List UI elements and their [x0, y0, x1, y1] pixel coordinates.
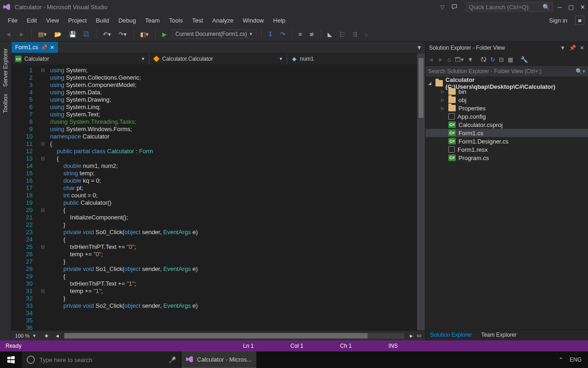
- start-target-dropdown[interactable]: Current Document(Form1.cs)▼: [172, 29, 256, 39]
- tree-item[interactable]: ▷Properties: [425, 104, 588, 112]
- split-icon[interactable]: ▭: [417, 333, 421, 339]
- toolbox-tab[interactable]: Toolbox: [1, 90, 10, 116]
- home-icon[interactable]: ⌂: [447, 56, 451, 63]
- show-all-icon[interactable]: ▦: [508, 56, 513, 63]
- uncomment-button[interactable]: ≢: [307, 29, 316, 39]
- notifications-filter-icon[interactable]: ▽: [440, 4, 445, 11]
- solution-tree: ◢ Calculator (C:\Users\qbap\Desktop\C#\C…: [425, 77, 588, 329]
- folder-icon: [448, 105, 456, 111]
- expand-arrow-icon[interactable]: ▷: [441, 98, 446, 102]
- cortana-search[interactable]: Type here to search 🎤: [22, 351, 181, 368]
- start-button[interactable]: [0, 351, 22, 368]
- server-explorer-tab[interactable]: Server Explorer: [1, 45, 10, 90]
- menu-tools[interactable]: Tools: [165, 16, 187, 25]
- tree-item[interactable]: Form1.resx: [425, 145, 588, 154]
- new-project-button[interactable]: ▤▾: [36, 29, 49, 39]
- team-explorer-tab[interactable]: Team Explorer: [476, 330, 521, 340]
- autohide-icon[interactable]: 📌: [569, 45, 576, 51]
- start-debug-button[interactable]: ▶: [160, 29, 169, 39]
- hscroll-left-icon[interactable]: ◄: [55, 333, 60, 339]
- project-combo[interactable]: C# Calculator ▼: [11, 53, 149, 64]
- search-icon: 🔍▾: [576, 68, 585, 75]
- menu-project[interactable]: Project: [64, 16, 90, 25]
- undo-button[interactable]: ↶▾: [101, 29, 113, 39]
- editor-hscrollbar[interactable]: [64, 333, 404, 339]
- close-tab-icon[interactable]: ✕: [50, 45, 54, 51]
- save-button[interactable]: 💾: [67, 29, 78, 39]
- menu-help[interactable]: Help: [269, 16, 290, 25]
- class-combo[interactable]: 🔶 Calculator.Calculator ▼: [149, 53, 287, 64]
- solution-config-button[interactable]: ◧▾: [138, 29, 151, 39]
- nav-back-button[interactable]: ◄: [4, 29, 13, 39]
- editor-scrollbar[interactable]: [417, 53, 425, 330]
- filter-icon[interactable]: ▼: [468, 56, 474, 63]
- collapse-arrow-icon[interactable]: ◢: [428, 81, 433, 86]
- solution-explorer-tab[interactable]: Solution Explorer: [425, 330, 476, 340]
- expand-arrow-icon[interactable]: ▷: [441, 106, 446, 110]
- switch-view-icon[interactable]: 🗔▾: [455, 56, 464, 63]
- left-dock: Server Explorer Toolbox: [0, 42, 11, 340]
- menu-file[interactable]: File: [4, 16, 22, 25]
- menu-team[interactable]: Team: [141, 16, 164, 25]
- close-panel-icon[interactable]: ✕: [580, 45, 584, 51]
- tree-root[interactable]: ◢ Calculator (C:\Users\qbap\Desktop\C#\C…: [425, 79, 588, 87]
- tray-expand-icon[interactable]: ⌃: [559, 356, 563, 363]
- sign-in-link[interactable]: Sign in: [545, 16, 571, 25]
- sync-icon[interactable]: 🗘: [481, 56, 486, 63]
- dropdown-tabs-icon[interactable]: ▼: [416, 44, 422, 51]
- menu-build[interactable]: Build: [92, 16, 113, 25]
- tab-form1cs[interactable]: Form1.cs 📌 ✕: [11, 42, 58, 53]
- back-icon[interactable]: ◄: [428, 56, 434, 63]
- feedback-icon[interactable]: [451, 4, 458, 10]
- maximize-icon[interactable]: ▢: [568, 4, 574, 11]
- forward-icon[interactable]: ►: [438, 56, 444, 63]
- menu-view[interactable]: View: [42, 16, 63, 25]
- menu-edit[interactable]: Edit: [23, 16, 41, 25]
- collapse-all-icon[interactable]: ⊟: [499, 56, 504, 63]
- refresh-icon[interactable]: ↻: [490, 56, 495, 63]
- menubar: FileEditViewProjectBuildDebugTeamToolsTe…: [0, 14, 588, 27]
- quick-launch-input[interactable]: Quick Launch (Ctrl+Q) 🔍: [466, 2, 553, 12]
- expand-arrow-icon[interactable]: ▷: [441, 89, 446, 94]
- step-into-button[interactable]: ↧: [266, 29, 275, 39]
- redo-button[interactable]: ↷▾: [117, 29, 129, 39]
- save-all-button[interactable]: ⿻: [82, 29, 91, 39]
- user-icon[interactable]: ◙: [575, 16, 584, 25]
- tree-item[interactable]: App.config: [425, 112, 588, 121]
- tray-lang[interactable]: ENG: [570, 356, 582, 363]
- menu-analyze[interactable]: Analyze: [208, 16, 237, 25]
- nav-forward-button[interactable]: ►: [17, 29, 27, 39]
- pin-icon[interactable]: 📌: [41, 45, 47, 51]
- tree-item[interactable]: C#Program.cs: [425, 154, 588, 162]
- nav-prev-button[interactable]: ⬱: [338, 29, 347, 39]
- minimize-icon[interactable]: ─: [558, 4, 562, 11]
- comment-button[interactable]: ≡: [297, 29, 304, 39]
- taskbar-vs-button[interactable]: Calculator - Micros...: [181, 351, 256, 368]
- menu-debug[interactable]: Debug: [114, 16, 140, 25]
- nav-next-button[interactable]: ⇶: [351, 29, 359, 39]
- tree-item[interactable]: ▷obj: [425, 96, 588, 104]
- hscroll-right-icon[interactable]: ►: [409, 333, 414, 339]
- menu-test[interactable]: Test: [188, 16, 207, 25]
- window-position-icon[interactable]: ▼: [560, 45, 565, 51]
- find-button[interactable]: ⌕: [363, 29, 370, 39]
- mic-icon[interactable]: 🎤: [169, 356, 176, 363]
- zoom-dropdown-icon[interactable]: ▼: [32, 334, 36, 338]
- zoom-level[interactable]: 100 %: [15, 333, 29, 339]
- code-editor[interactable]: 1234567891011121314151617181920212223242…: [11, 65, 425, 330]
- open-file-button[interactable]: 📂: [52, 29, 63, 39]
- panel-bottom-tabs: Solution Explorer Team Explorer: [425, 329, 588, 340]
- properties-icon[interactable]: 🔧: [520, 56, 528, 63]
- status-col: Col 1: [290, 343, 303, 349]
- member-combo[interactable]: ◆ num1 ▼: [287, 53, 425, 64]
- csharp-file-icon: C#: [448, 155, 456, 161]
- menu-window[interactable]: Window: [238, 16, 268, 25]
- tree-item[interactable]: C#Form1.Designer.cs: [425, 137, 588, 145]
- tree-item[interactable]: C#Form1.cs: [425, 129, 588, 137]
- step-over-button[interactable]: ↷: [278, 29, 287, 39]
- solution-explorer-search[interactable]: Search Solution Explorer - Folder View (…: [425, 66, 588, 77]
- tree-item[interactable]: C#Calculator.csproj: [425, 121, 588, 129]
- bookmark-button[interactable]: ◣: [326, 29, 334, 39]
- close-icon[interactable]: ✕: [580, 4, 585, 11]
- no-issues-icon[interactable]: ◈: [45, 333, 48, 339]
